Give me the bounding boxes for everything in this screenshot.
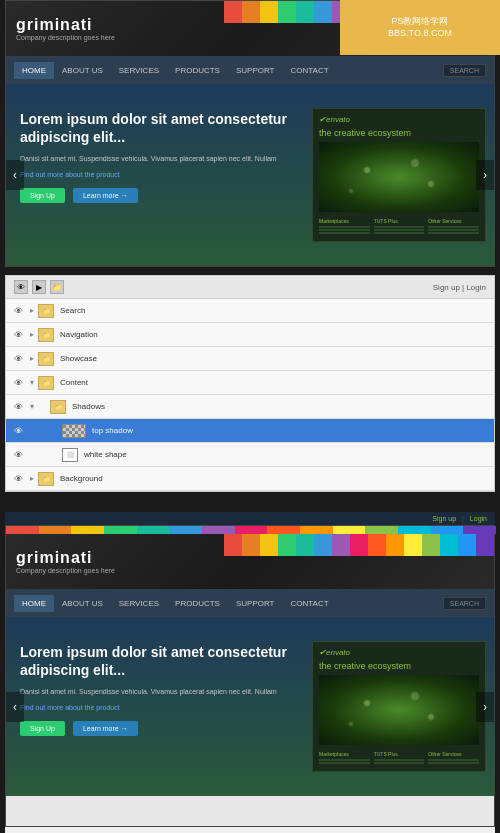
- layer-expand-icon[interactable]: ▸: [26, 351, 38, 367]
- layer-panel-header: 👁 ▶ 📁 Sign up | Login: [6, 276, 494, 299]
- layer-eye-icon[interactable]: 👁: [10, 471, 26, 487]
- layer-row-name: Background: [58, 474, 490, 483]
- layer-expand-icon[interactable]: [26, 447, 38, 463]
- nav-products[interactable]: PRODUCTS: [167, 66, 228, 75]
- bottom-envato-title: the creative ecosystem: [319, 661, 479, 671]
- color-block: [458, 534, 476, 556]
- color-block: [386, 534, 404, 556]
- bottom-section: Sign up | Login griminati Company descri…: [0, 508, 500, 833]
- bottom-envato-cols: Marketplaces TUTS Plus Other Services: [319, 751, 479, 765]
- btn-signup[interactable]: Sign Up: [20, 188, 65, 203]
- bottom-envato-col-3: Other Services: [428, 751, 479, 765]
- bottom-btn-signup[interactable]: Sign Up: [20, 721, 65, 736]
- bottom-site-hero: ‹ Lorem ipsum dolor sit amet consectetur…: [6, 617, 494, 796]
- bottom-hero-link[interactable]: Find out more about the product: [20, 704, 290, 711]
- layer-row[interactable]: 👁▸📁Background: [6, 467, 494, 491]
- color-bar-segment: [137, 526, 170, 534]
- layer-row[interactable]: 👁▸📁Search: [6, 299, 494, 323]
- bottom-envato-col-2: TUTS Plus: [374, 751, 425, 765]
- hero-arrow-right[interactable]: ›: [476, 160, 494, 190]
- layer-expand-icon[interactable]: ▸: [26, 303, 38, 319]
- hero-arrow-left[interactable]: ‹: [6, 160, 24, 190]
- color-bar-segment: [463, 526, 496, 534]
- layer-row[interactable]: 👁▾📁Content: [6, 371, 494, 395]
- layer-eye-icon[interactable]: 👁: [10, 327, 26, 343]
- layer-eye-icon[interactable]: 👁: [10, 351, 26, 367]
- color-block: [350, 534, 368, 556]
- hero-title: Lorem ipsum dolor sit amet consectetur a…: [20, 110, 290, 146]
- bottom-nav-about[interactable]: ABOUT US: [54, 599, 111, 608]
- color-block: [278, 534, 296, 556]
- layer-row-name: Search: [58, 306, 490, 315]
- nav-support[interactable]: SUPPORT: [228, 66, 283, 75]
- nav-search[interactable]: SEARCH: [443, 64, 486, 77]
- layer-expand-icon[interactable]: ▸: [26, 327, 38, 343]
- nav-contact[interactable]: CONTACT: [282, 66, 336, 75]
- layer-expand-icon[interactable]: ▾: [26, 399, 38, 415]
- layer-ctrl-folder[interactable]: 📁: [50, 280, 64, 294]
- bottom-nav-contact[interactable]: CONTACT: [282, 599, 336, 608]
- envato-col1-line3: [319, 232, 370, 234]
- color-bar-segment: [202, 526, 235, 534]
- layer-row-name: Shadows: [70, 402, 490, 411]
- layer-expand-icon[interactable]: [26, 423, 38, 439]
- site-nav: HOME ABOUT US SERVICES PRODUCTS SUPPORT …: [6, 56, 494, 84]
- layer-expand-icon[interactable]: ▾: [26, 375, 38, 391]
- bottom-envato-col1-line2: [319, 762, 370, 764]
- layer-eye-icon[interactable]: 👁: [10, 303, 26, 319]
- layer-eye-icon[interactable]: 👁: [10, 399, 26, 415]
- btn-learn[interactable]: Learn more →: [73, 188, 138, 203]
- layer-eye-icon[interactable]: 👁: [10, 447, 26, 463]
- layer-row-name: top shadow: [90, 426, 490, 435]
- logo-desc: Company description goes here: [16, 34, 115, 41]
- bottom-envato-widget: ✔envato the creative ecosystem Marketpla…: [312, 641, 486, 772]
- layer-row[interactable]: 👁⬜white shape: [6, 443, 494, 467]
- bottom-nav-support[interactable]: SUPPORT: [228, 599, 283, 608]
- color-block: [242, 534, 260, 556]
- color-block: [314, 534, 332, 556]
- bottom-envato-col3-title: Other Services: [428, 751, 479, 757]
- bottom-nav-home[interactable]: HOME: [14, 595, 54, 612]
- color-bar-segment: [431, 526, 464, 534]
- layer-row-name: white shape: [82, 450, 490, 459]
- bottom-nav-services[interactable]: SERVICES: [111, 599, 167, 608]
- site-topbar: Sign up | Login: [5, 512, 495, 525]
- layer-panel-tabs[interactable]: Sign up | Login: [433, 283, 486, 292]
- topbar-signup[interactable]: Sign up: [432, 515, 456, 522]
- layer-row[interactable]: 👁▸📁Showcase: [6, 347, 494, 371]
- envato-col2-line3: [374, 232, 425, 234]
- envato-col1-title: Marketplaces: [319, 218, 370, 224]
- top-section: PS教网络学网 BBS.TO.8.COM griminati Company d…: [0, 0, 500, 508]
- bottom-nav-search[interactable]: SEARCH: [443, 597, 486, 610]
- color-block: [224, 1, 242, 23]
- bottom-header-colorblocks: [224, 534, 494, 556]
- bottom-btn-learn[interactable]: Learn more →: [73, 721, 138, 736]
- layer-eye-icon[interactable]: 👁: [10, 423, 26, 439]
- bottom-envato-dots: [319, 675, 479, 745]
- layer-row[interactable]: 👁top shadow: [6, 419, 494, 443]
- layer-ctrl-arrow[interactable]: ▶: [32, 280, 46, 294]
- nav-services[interactable]: SERVICES: [111, 66, 167, 75]
- bottom-hero-arrow-right[interactable]: ›: [476, 692, 494, 722]
- color-block: [296, 534, 314, 556]
- nav-home[interactable]: HOME: [14, 62, 54, 79]
- layer-ctrl-eye[interactable]: 👁: [14, 280, 28, 294]
- bottom-nav-products[interactable]: PRODUCTS: [167, 599, 228, 608]
- color-block: [296, 1, 314, 23]
- hero-buttons: Sign Up Learn more →: [20, 188, 290, 203]
- envato-col3-line2: [428, 229, 479, 231]
- layer-row-name: Navigation: [58, 330, 490, 339]
- bottom-hero-arrow-left[interactable]: ‹: [6, 692, 24, 722]
- layer-row[interactable]: 👁▸📁Navigation: [6, 323, 494, 347]
- layer-eye-icon[interactable]: 👁: [10, 375, 26, 391]
- nav-about[interactable]: ABOUT US: [54, 66, 111, 75]
- color-bar-segment: [39, 526, 72, 534]
- layer-expand-icon[interactable]: ▸: [26, 471, 38, 487]
- envato-col3-line1: [428, 226, 479, 228]
- hero-link[interactable]: Find out more about the product: [20, 171, 290, 178]
- layer-row[interactable]: 👁▾📁Shadows: [6, 395, 494, 419]
- color-block: [476, 534, 494, 556]
- topbar-login[interactable]: Login: [470, 515, 487, 522]
- ps-watermark: PS教网络学网 BBS.TO.8.COM: [340, 0, 500, 55]
- hero-desc: Danisi sit amet mi. Suspendisse vehicula…: [20, 154, 290, 165]
